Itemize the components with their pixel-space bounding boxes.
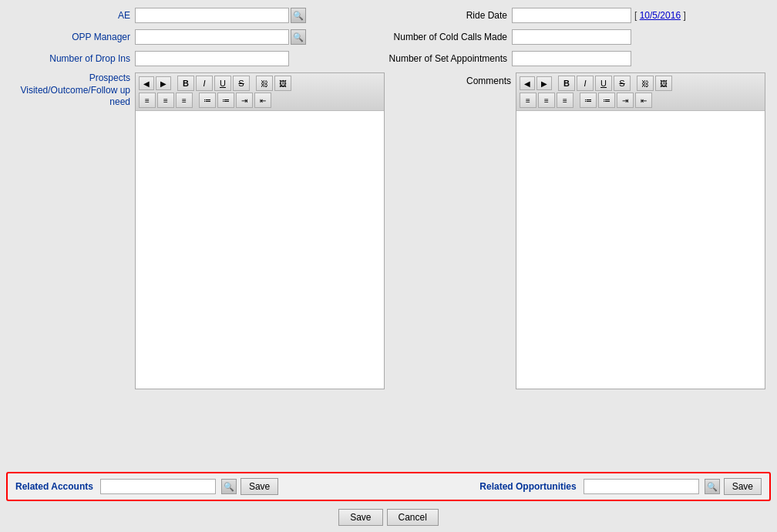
row-ae-ridedate: AE 🔍 Ride Date [ 10/5/2016 ] <box>12 8 765 23</box>
prospects-editor-body[interactable] <box>136 111 384 389</box>
ae-search-icon: 🔍 <box>293 11 304 21</box>
opp-manager-input[interactable] <box>135 29 289 45</box>
prospects-editor-col: ProspectsVisited/Outcome/Follow upneed ◀… <box>12 72 385 389</box>
prospects-align-right-btn[interactable]: ≡ <box>176 93 193 108</box>
prospects-list-bullet-btn[interactable]: ≔ <box>199 93 216 108</box>
cold-calls-input[interactable] <box>512 29 631 45</box>
comments-toolbar-row2: ≡ ≡ ≡ ≔ ≔ ⇥ ⇤ <box>520 93 762 108</box>
opp-manager-field-group: OPP Manager 🔍 <box>12 29 388 45</box>
ride-date-field-group: Ride Date [ 10/5/2016 ] <box>388 8 765 23</box>
comments-editor-wrapper: ◀ ▶ B I U S ⛓ 🖼 <box>516 72 765 389</box>
comments-align-left-btn[interactable]: ≡ <box>520 93 536 108</box>
form-area: AE 🔍 Ride Date [ 10/5/2016 ] OPP Manager… <box>0 0 777 472</box>
related-accounts-search-button[interactable]: 🔍 <box>221 479 237 494</box>
prospects-align-center-btn[interactable]: ≡ <box>157 93 174 108</box>
prospects-label: ProspectsVisited/Outcome/Follow upneed <box>12 72 135 109</box>
ride-date-label: Ride Date <box>388 10 512 21</box>
comments-underline-btn[interactable]: U <box>595 76 612 91</box>
row-opp-coldcalls: OPP Manager 🔍 Number of Cold Calls Made <box>12 29 765 45</box>
comments-editor-col: Comments ◀ ▶ B I U <box>392 72 765 389</box>
prospects-editor-wrapper: ◀ ▶ B I U S ⛓ 🖼 <box>135 72 385 389</box>
editors-row: ProspectsVisited/Outcome/Follow upneed ◀… <box>12 72 765 389</box>
comments-image-btn[interactable]: 🖼 <box>655 76 672 91</box>
prospects-toolbar-row1: ◀ ▶ B I U S ⛓ 🖼 <box>139 76 381 91</box>
comments-bold-btn[interactable]: B <box>558 76 575 91</box>
cold-calls-field-group: Number of Cold Calls Made <box>388 29 765 45</box>
related-opportunities-group: Related Opportunities 🔍 Save <box>479 478 762 495</box>
comments-editor-body[interactable] <box>516 111 765 389</box>
prospects-underline-btn[interactable]: U <box>214 76 231 91</box>
related-opportunities-search-button[interactable]: 🔍 <box>705 479 720 494</box>
comments-strike-btn[interactable]: S <box>614 76 631 91</box>
prospects-toolbar: ◀ ▶ B I U S ⛓ 🖼 <box>136 73 384 111</box>
related-opportunities-input[interactable] <box>584 479 699 494</box>
drop-ins-field-group: Number of Drop Ins <box>12 51 388 66</box>
set-appointments-label: Number of Set Appointments <box>388 53 512 64</box>
ae-search-button[interactable]: 🔍 <box>291 8 306 23</box>
comments-link-btn[interactable]: ⛓ <box>637 76 654 91</box>
prospects-italic-btn[interactable]: I <box>196 76 213 91</box>
prospects-toolbar-row2: ≡ ≡ ≡ ≔ ≔ ⇥ ⇤ <box>139 93 381 108</box>
main-container: AE 🔍 Ride Date [ 10/5/2016 ] OPP Manager… <box>0 0 777 532</box>
prospects-indent-out-btn[interactable]: ⇤ <box>254 93 271 108</box>
set-appointments-field-group: Number of Set Appointments <box>388 51 765 66</box>
related-accounts-save-button[interactable]: Save <box>240 478 278 495</box>
related-accounts-label: Related Accounts <box>15 481 93 492</box>
ride-date-brackets: [ 10/5/2016 ] <box>634 10 686 21</box>
opp-manager-search-button[interactable]: 🔍 <box>291 29 306 45</box>
comments-label-row: Comments ◀ ▶ B I U <box>392 72 765 389</box>
prospects-bold-btn[interactable]: B <box>177 76 194 91</box>
opp-search-icon: 🔍 <box>293 32 304 42</box>
opp-manager-label: OPP Manager <box>12 32 135 42</box>
comments-toolbar-row1: ◀ ▶ B I U S ⛓ 🖼 <box>520 76 762 91</box>
ride-date-link[interactable]: 10/5/2016 <box>640 10 681 21</box>
prospects-list-ordered-btn[interactable]: ≔ <box>217 93 234 108</box>
prospects-back-btn[interactable]: ◀ <box>139 76 154 90</box>
cold-calls-label: Number of Cold Calls Made <box>388 32 512 42</box>
related-accounts-input[interactable] <box>100 479 216 494</box>
footer-row: Save Cancel <box>0 505 777 532</box>
comments-align-right-btn[interactable]: ≡ <box>557 93 574 108</box>
bottom-related-section: Related Accounts 🔍 Save Related Opportun… <box>6 472 771 501</box>
prospects-label-row: ProspectsVisited/Outcome/Follow upneed ◀… <box>12 72 385 389</box>
ae-field-group: AE 🔍 <box>12 8 388 23</box>
comments-label: Comments <box>392 72 516 86</box>
prospects-link-btn[interactable]: ⛓ <box>256 76 273 91</box>
comments-list-bullet-btn[interactable]: ≔ <box>580 93 597 108</box>
comments-rich-editor: ◀ ▶ B I U S ⛓ 🖼 <box>516 72 765 389</box>
related-opportunities-label: Related Opportunities <box>479 481 576 492</box>
comments-fwd-btn[interactable]: ▶ <box>536 76 552 90</box>
comments-list-ordered-btn[interactable]: ≔ <box>598 93 615 108</box>
comments-indent-out-btn[interactable]: ⇤ <box>635 93 652 108</box>
related-accounts-search-icon: 🔍 <box>224 482 234 492</box>
comments-toolbar: ◀ ▶ B I U S ⛓ 🖼 <box>516 73 765 111</box>
footer-cancel-button[interactable]: Cancel <box>387 509 439 526</box>
ride-date-input[interactable] <box>512 8 631 23</box>
related-accounts-group: Related Accounts 🔍 Save <box>15 478 278 495</box>
row-dropins-appointments: Number of Drop Ins Number of Set Appoint… <box>12 51 765 66</box>
comments-indent-in-btn[interactable]: ⇥ <box>617 93 634 108</box>
prospects-rich-editor: ◀ ▶ B I U S ⛓ 🖼 <box>135 72 385 389</box>
prospects-indent-in-btn[interactable]: ⇥ <box>236 93 253 108</box>
drop-ins-label: Number of Drop Ins <box>12 53 135 64</box>
prospects-strike-btn[interactable]: S <box>233 76 250 91</box>
footer-save-button[interactable]: Save <box>338 509 382 526</box>
ae-input[interactable] <box>135 8 289 23</box>
prospects-image-btn[interactable]: 🖼 <box>274 76 291 91</box>
comments-align-center-btn[interactable]: ≡ <box>538 93 555 108</box>
related-opportunities-save-button[interactable]: Save <box>724 478 762 495</box>
set-appointments-input[interactable] <box>512 51 631 66</box>
prospects-align-left-btn[interactable]: ≡ <box>139 93 156 108</box>
drop-ins-input[interactable] <box>135 51 289 66</box>
comments-back-btn[interactable]: ◀ <box>520 76 535 90</box>
related-opportunities-search-icon: 🔍 <box>707 482 718 492</box>
ae-label: AE <box>12 10 135 21</box>
comments-italic-btn[interactable]: I <box>577 76 594 91</box>
prospects-fwd-btn[interactable]: ▶ <box>156 76 171 90</box>
